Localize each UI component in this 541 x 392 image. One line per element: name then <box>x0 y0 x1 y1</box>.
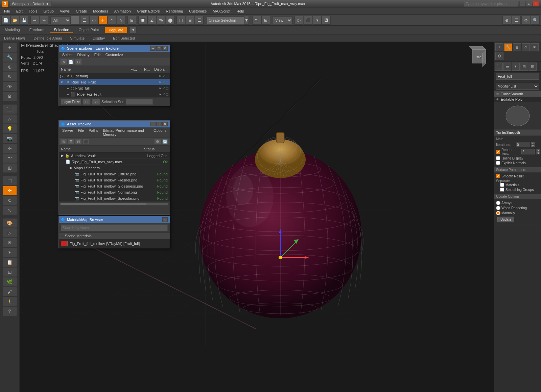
asset-max-file[interactable]: 📄 Ripe_Fig_Fruit_max_vray.max Ok <box>59 159 170 165</box>
systems-icon[interactable]: ⊞ <box>3 163 17 173</box>
cmd-icon-5[interactable]: ⊞ <box>528 63 537 71</box>
search-input[interactable] <box>464 1 518 7</box>
layer-0-default[interactable]: ▷ ☀ 0 (default) ✶ ✓ □ <box>59 73 170 79</box>
asset-close[interactable]: ✕ <box>162 122 168 126</box>
update-button[interactable]: Update <box>497 217 514 222</box>
material-editor-icon[interactable]: 🎨 <box>3 218 17 228</box>
paint-icon[interactable]: 🖌 <box>3 287 17 296</box>
asset-tb-3[interactable]: ⊟ <box>75 139 82 145</box>
selection-type-dropdown[interactable]: All <box>50 17 71 24</box>
curves-button[interactable]: 〜 <box>252 16 261 25</box>
tab-object-paint[interactable]: Object Paint <box>75 27 102 33</box>
select-tool-icon[interactable]: ⬚ <box>3 176 17 186</box>
select-object-button[interactable]: ⬚ <box>71 16 80 25</box>
menu-modifiers[interactable]: Modifiers <box>90 8 111 14</box>
move-tool-icon[interactable]: ✛ <box>3 186 17 195</box>
layer-fruit-full[interactable]: ● ◎ Fruit_full ✶ ✓ □ <box>59 85 170 91</box>
asset-diffuse[interactable]: 📷 Fig_Fruit_full_mellow_Diffuse.png Foun… <box>59 171 170 177</box>
populate-more-button[interactable]: ▼ <box>130 27 137 33</box>
cameras-icon[interactable]: 📷 <box>3 134 17 143</box>
extra-3[interactable]: ⚙ <box>521 16 530 25</box>
select-scale-button[interactable]: ⤡ <box>117 16 125 25</box>
motion-category-icon[interactable]: ↻ <box>3 72 17 81</box>
asset-menu-file[interactable]: File <box>76 128 86 137</box>
utilities-category-icon[interactable]: ⚙ <box>3 92 17 101</box>
spinner-snap-button[interactable]: ⬤ <box>166 16 174 25</box>
define-idle-areas-btn[interactable]: Define Idle Areas <box>31 36 65 41</box>
scene-sort-btn[interactable]: ⊟ <box>75 59 82 65</box>
undo-button[interactable]: ↩ <box>30 16 39 25</box>
asset-tb-4[interactable]: ⬛ <box>83 139 89 145</box>
cmd-create-tab[interactable]: + <box>495 43 503 51</box>
asset-tracking-icon[interactable]: 📋 <box>3 258 17 267</box>
isoline-checkbox[interactable] <box>496 156 500 160</box>
define-flows-btn[interactable]: Define Flows <box>1 36 28 41</box>
simulate-btn[interactable]: Simulate <box>67 36 87 41</box>
render-frame-button[interactable]: 🖼 <box>322 16 331 25</box>
asset-menu-paths[interactable]: Paths <box>87 128 100 137</box>
modifier-editable-poly[interactable]: 👁 Editable Poly <box>494 97 541 102</box>
asset-maps-shaders[interactable]: ▶ Maps / Shaders <box>59 165 170 171</box>
percent-snap-button[interactable]: % <box>157 16 165 25</box>
layer-ripe-fig-2[interactable]: ● ⬛ Ripe_Fig_Fruit ✶ ✓ □ <box>59 91 170 97</box>
display-btn[interactable]: Display <box>90 36 108 41</box>
menu-maxscript[interactable]: MAXScript <box>210 8 233 14</box>
layer-0-expand[interactable]: ▷ <box>60 74 65 78</box>
scene-menu-display[interactable]: Display <box>75 52 92 57</box>
select-region-button[interactable]: ▭ <box>89 16 98 25</box>
cmd-utilities-tab[interactable]: ⚙ <box>495 52 503 60</box>
materials-checkbox[interactable] <box>500 183 504 187</box>
display-category-icon[interactable]: 👁 <box>3 82 17 91</box>
extra-1[interactable]: ⊕ <box>502 16 511 25</box>
menu-views[interactable]: Views <box>57 8 72 14</box>
scene-materials-header[interactable]: ─ Scene Materials <box>59 233 170 239</box>
activeshade-button[interactable]: ☀ <box>313 16 322 25</box>
cmd-display-tab[interactable]: 👁 <box>531 43 539 51</box>
scene-explorer-minimize[interactable]: ─ <box>150 46 156 51</box>
create-selection-dropdown[interactable]: ▼ <box>244 16 249 25</box>
asset-normal[interactable]: 📷 Fig_Fruit_full_mellow_Normal.png Found <box>59 189 170 195</box>
cmd-icon-4[interactable]: ⊟ <box>520 63 528 71</box>
workspace-dropdown[interactable]: Workspace: Default ▼ <box>9 1 52 6</box>
asset-maximize[interactable]: □ <box>156 122 162 126</box>
menu-help[interactable]: Help <box>234 8 247 14</box>
asset-glossiness[interactable]: 📷 Fig_Fruit_full_mellow_Glossiness.png F… <box>59 183 170 189</box>
smoothing-groups-checkbox[interactable] <box>500 188 504 192</box>
open-file-button[interactable]: 📂 <box>10 16 19 25</box>
rotate-tool-icon[interactable]: ↻ <box>3 196 17 205</box>
layer-manager-button[interactable]: ☰ <box>195 16 204 25</box>
select-move-button[interactable]: ✛ <box>98 16 107 25</box>
snap-toggle-button[interactable]: 🔲 <box>138 16 147 25</box>
spacewarps-icon[interactable]: 〜 <box>3 153 17 163</box>
tab-selection[interactable]: Selection <box>50 27 72 33</box>
iterations-input[interactable] <box>516 142 530 147</box>
asset-minimize[interactable]: ─ <box>150 122 156 126</box>
render-button[interactable]: ⬛ <box>304 16 312 25</box>
maximize-button[interactable]: □ <box>526 1 532 6</box>
schematic-button[interactable]: ⊟ <box>261 16 270 25</box>
save-file-button[interactable]: 💾 <box>20 16 28 25</box>
camera-match-icon[interactable]: ⊡ <box>3 267 17 277</box>
explicit-normals-checkbox[interactable] <box>496 161 500 165</box>
cmd-hierarchy-tab[interactable]: ⊕ <box>513 43 521 51</box>
menu-rendering[interactable]: Rendering <box>163 8 186 14</box>
mirror-button[interactable]: ◫ <box>177 16 185 25</box>
layer-ripe-expand[interactable]: ▼ <box>60 80 65 84</box>
effects-icon[interactable]: ✶ <box>3 248 17 257</box>
new-file-button[interactable]: 📄 <box>1 16 10 25</box>
layer-ripe-fig[interactable]: ▼ ☀ Ripe_Fig_Fruit ✶ ✓ □ <box>59 79 170 85</box>
modifier-dropdown[interactable]: Modifier List <box>496 83 539 90</box>
render-icon[interactable]: ▷ <box>3 228 17 238</box>
scene-new-btn[interactable]: 📄 <box>68 59 74 65</box>
scene-menu-select[interactable]: Select <box>60 52 75 57</box>
cmd-motion-tab[interactable]: ↻ <box>522 43 530 51</box>
matbrowser-close[interactable]: ✕ <box>162 217 168 222</box>
create-selection-button[interactable]: Create Selection <box>207 17 244 24</box>
material-search-input[interactable] <box>61 224 168 231</box>
scene-footer-icon2[interactable]: ⊕ <box>92 99 100 105</box>
menu-animation[interactable]: Animation <box>112 8 134 14</box>
view-dropdown[interactable]: View <box>272 17 292 24</box>
foliage-icon[interactable]: 🌿 <box>3 277 17 287</box>
angle-snap-button[interactable]: ∠ <box>147 16 156 25</box>
menu-create[interactable]: Create <box>73 8 90 14</box>
